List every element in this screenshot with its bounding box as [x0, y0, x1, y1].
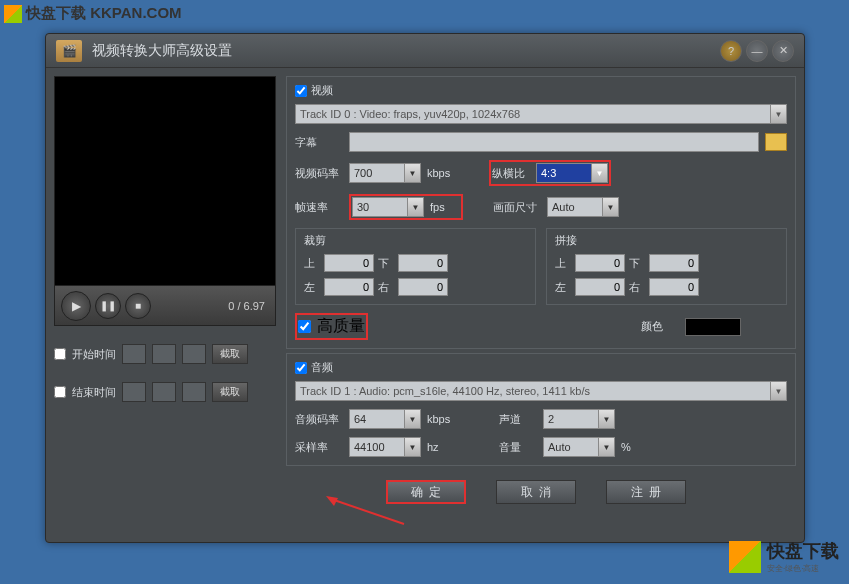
audio-bitrate-label: 音频码率	[295, 412, 343, 427]
audio-track-select[interactable]: Track ID 1 : Audio: pcm_s16le, 44100 Hz,…	[295, 381, 787, 401]
aspect-label: 纵横比	[492, 166, 530, 181]
right-pane: 视频 Track ID 0 : Video: fraps, yuv420p, 1…	[286, 76, 796, 534]
video-section-label: 视频	[311, 83, 333, 98]
color-swatch[interactable]	[685, 318, 741, 336]
channels-label: 声道	[499, 412, 537, 427]
size-select[interactable]: Auto▼	[547, 197, 619, 217]
playback-controls: ▶ ❚❚ ■ 0 / 6.97	[54, 286, 276, 326]
chevron-down-icon[interactable]: ▼	[404, 410, 420, 428]
help-button[interactable]: ?	[720, 40, 742, 62]
crop-left-input[interactable]	[324, 278, 374, 296]
splice-bottom-input[interactable]	[649, 254, 699, 272]
app-icon	[56, 40, 82, 62]
splice-label: 拼接	[555, 233, 778, 248]
chevron-down-icon[interactable]: ▼	[407, 198, 423, 216]
start-thumb-2[interactable]	[152, 344, 176, 364]
start-thumb-3[interactable]	[182, 344, 206, 364]
start-time-label: 开始时间	[72, 347, 116, 362]
watermark-text: 快盘下载 KKPAN.COM	[26, 4, 182, 23]
volume-select[interactable]: Auto▼	[543, 437, 615, 457]
titlebar: 视频转换大师高级设置 ? — ✕	[46, 34, 804, 68]
end-thumb-1[interactable]	[122, 382, 146, 402]
logo-icon-br	[729, 541, 761, 573]
volume-label: 音量	[499, 440, 537, 455]
volume-unit: %	[621, 441, 651, 453]
crop-bottom-input[interactable]	[398, 254, 448, 272]
aspect-highlight: 纵横比 4:3▼	[489, 160, 611, 186]
chevron-down-icon[interactable]: ▼	[598, 410, 614, 428]
video-bitrate-select[interactable]: 700▼	[349, 163, 421, 183]
hq-label: 高质量	[317, 316, 365, 337]
hq-checkbox[interactable]	[298, 320, 311, 333]
audio-bitrate-select[interactable]: 64▼	[349, 409, 421, 429]
chevron-down-icon[interactable]: ▼	[602, 198, 618, 216]
subtitle-label: 字幕	[295, 135, 343, 150]
samplerate-unit: hz	[427, 441, 457, 453]
end-thumb-3[interactable]	[182, 382, 206, 402]
hq-highlight: 高质量	[295, 313, 368, 340]
video-track-select[interactable]: Track ID 0 : Video: fraps, yuv420p, 1024…	[295, 104, 787, 124]
register-button[interactable]: 注册	[606, 480, 686, 504]
color-label: 颜色	[641, 319, 679, 334]
timecode-display: 0 / 6.97	[155, 300, 269, 312]
channels-select[interactable]: 2▼	[543, 409, 615, 429]
cancel-button[interactable]: 取消	[496, 480, 576, 504]
fps-label: 帧速率	[295, 200, 343, 215]
capture-end-button[interactable]: 截取	[212, 382, 248, 402]
samplerate-label: 采样率	[295, 440, 343, 455]
audio-section-label: 音频	[311, 360, 333, 375]
watermark-br-text: 快盘下载	[767, 539, 839, 563]
splice-top-input[interactable]	[575, 254, 625, 272]
end-time-label: 结束时间	[72, 385, 116, 400]
chevron-down-icon[interactable]: ▼	[770, 105, 786, 123]
browse-subtitle-button[interactable]	[765, 133, 787, 151]
close-button[interactable]: ✕	[772, 40, 794, 62]
capture-start-button[interactable]: 截取	[212, 344, 248, 364]
crop-group: 裁剪 上 下 左 右	[295, 228, 536, 305]
start-time-row: 开始时间 截取	[54, 344, 276, 364]
chevron-down-icon[interactable]: ▼	[770, 382, 786, 400]
splice-right-input[interactable]	[649, 278, 699, 296]
fps-highlight: 30▼ fps	[349, 194, 463, 220]
video-bitrate-unit: kbps	[427, 167, 457, 179]
chevron-down-icon[interactable]: ▼	[404, 438, 420, 456]
pause-button[interactable]: ❚❚	[95, 293, 121, 319]
video-enable-checkbox[interactable]	[295, 85, 307, 97]
chevron-down-icon[interactable]: ▼	[404, 164, 420, 182]
watermark-bottom-right: 快盘下载 安全·绿色·高速	[729, 539, 839, 574]
stop-button[interactable]: ■	[125, 293, 151, 319]
chevron-down-icon[interactable]: ▼	[598, 438, 614, 456]
play-button[interactable]: ▶	[61, 291, 91, 321]
audio-track-value: Track ID 1 : Audio: pcm_s16le, 44100 Hz,…	[300, 385, 590, 397]
end-thumb-2[interactable]	[152, 382, 176, 402]
crop-top-input[interactable]	[324, 254, 374, 272]
start-thumb-1[interactable]	[122, 344, 146, 364]
crop-label: 裁剪	[304, 233, 527, 248]
window-title: 视频转换大师高级设置	[92, 42, 716, 60]
splice-left-input[interactable]	[575, 278, 625, 296]
aspect-select[interactable]: 4:3▼	[536, 163, 608, 183]
crop-right-input[interactable]	[398, 278, 448, 296]
fps-select[interactable]: 30▼	[352, 197, 424, 217]
minimize-button[interactable]: —	[746, 40, 768, 62]
video-group: 视频 Track ID 0 : Video: fraps, yuv420p, 1…	[286, 76, 796, 349]
start-time-checkbox[interactable]	[54, 348, 66, 360]
logo-icon	[4, 5, 22, 23]
subtitle-input[interactable]	[349, 132, 759, 152]
left-pane: ▶ ❚❚ ■ 0 / 6.97 开始时间 截取 结束时间 截取	[54, 76, 276, 534]
audio-group: 音频 Track ID 1 : Audio: pcm_s16le, 44100 …	[286, 353, 796, 466]
watermark-top-left: 快盘下载 KKPAN.COM	[4, 4, 182, 23]
size-label: 画面尺寸	[493, 200, 541, 215]
chevron-down-icon[interactable]: ▼	[591, 164, 607, 182]
settings-window: 视频转换大师高级设置 ? — ✕ ▶ ❚❚ ■ 0 / 6.97 开始时间 截取	[45, 33, 805, 543]
samplerate-select[interactable]: 44100▼	[349, 437, 421, 457]
splice-group: 拼接 上 下 左 右	[546, 228, 787, 305]
ok-button[interactable]: 确定	[386, 480, 466, 504]
end-time-row: 结束时间 截取	[54, 382, 276, 402]
video-bitrate-label: 视频码率	[295, 166, 343, 181]
video-preview	[54, 76, 276, 286]
audio-enable-checkbox[interactable]	[295, 362, 307, 374]
end-time-checkbox[interactable]	[54, 386, 66, 398]
button-bar: 确定 取消 注册	[286, 470, 796, 504]
fps-unit: fps	[430, 201, 460, 213]
